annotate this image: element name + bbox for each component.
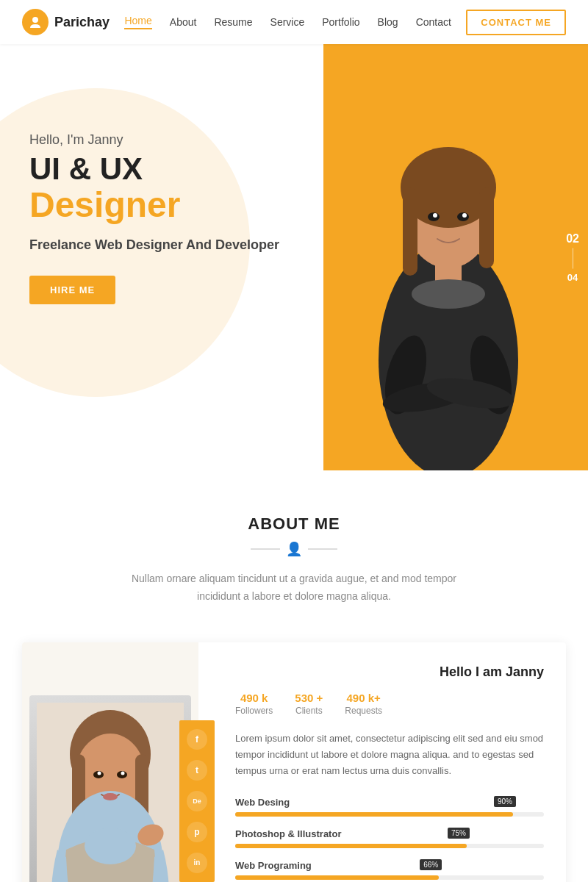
social-linkedin[interactable]: in [187, 853, 207, 873]
profile-section: f t De p in Hello I am Janny 490 k Follo… [22, 642, 566, 882]
svg-rect-5 [403, 187, 417, 276]
followers-label: Followers [235, 706, 273, 716]
stat-followers: 490 k Followers [235, 692, 273, 716]
about-title: ABOUT ME [29, 514, 559, 534]
divider-right [308, 548, 337, 550]
about-section: ABOUT ME 👤 Nullam ornare aliquam tincidu… [0, 470, 588, 635]
svg-point-28 [98, 771, 101, 775]
skill-web-design-fill: 90% [235, 812, 513, 817]
brand-logo[interactable]: Parichay [22, 9, 110, 35]
svg-point-24 [85, 828, 136, 864]
social-pinterest[interactable]: p [187, 822, 207, 842]
nav-contact[interactable]: Contact [416, 16, 451, 28]
svg-point-15 [433, 213, 437, 218]
skill-photoshop-percent: 75% [448, 828, 470, 839]
hero-designer: Designer [29, 186, 279, 225]
hero-slide-current: 04 [567, 272, 578, 283]
about-description: Nullam ornare aliquam tincidunt ut a gra… [125, 570, 463, 606]
social-bar: f t De p in [179, 720, 215, 882]
skills-list: Web Desing 90% Photoshop & Illustrator 7… [235, 797, 544, 880]
skill-web-programming: Web Programing 66% [235, 860, 544, 880]
stat-requests: 490 k+ Requests [345, 692, 382, 716]
skill-web-programming-fill: 66% [235, 875, 439, 880]
skill-web-design-percent: 90% [494, 796, 516, 807]
svg-point-29 [121, 771, 125, 775]
section-divider: 👤 [29, 541, 559, 557]
requests-number: 490 k+ [345, 692, 382, 704]
skill-photoshop: Photoshop & Illustrator 75% [235, 828, 544, 848]
nav-blog[interactable]: Blog [378, 16, 398, 28]
nav-links: Home About Resume Service Portfolio Blog… [124, 15, 451, 29]
profile-image-block: f t De p in [22, 642, 198, 882]
skill-photoshop-fill: 75% [235, 844, 467, 848]
clients-label: Clients [295, 706, 323, 716]
skill-web-programming-label: Web Programing [235, 860, 544, 871]
stats-row: 490 k Followers 530 + Clients 490 k+ Req… [235, 692, 544, 716]
hero-slide-numbers: 02 04 [566, 232, 579, 283]
hero-slide-divider [573, 248, 573, 269]
hero-title: UI & UX [29, 152, 279, 186]
nav-home[interactable]: Home [124, 15, 151, 29]
skill-photoshop-track: 75% [235, 844, 544, 848]
skill-photoshop-label: Photoshop & Illustrator [235, 828, 544, 839]
profile-info-block: Hello I am Janny 490 k Followers 530 + C… [198, 642, 566, 882]
svg-point-8 [412, 279, 485, 309]
social-facebook[interactable]: f [187, 729, 207, 750]
nav-about[interactable]: About [170, 16, 197, 28]
svg-point-0 [32, 17, 38, 23]
skill-web-design-track: 90% [235, 812, 544, 817]
social-dribbble[interactable]: De [187, 791, 207, 811]
social-twitter[interactable]: t [187, 760, 207, 781]
nav-portfolio[interactable]: Portfolio [322, 16, 359, 28]
nav-resume[interactable]: Resume [214, 16, 252, 28]
svg-rect-6 [479, 187, 494, 268]
profile-bio: Lorem ipsum dolor sit amet, consectetur … [235, 731, 544, 779]
stat-clients: 530 + Clients [295, 692, 323, 716]
hero-slide-total: 02 [566, 232, 579, 245]
requests-label: Requests [345, 706, 382, 716]
skill-web-programming-percent: 66% [420, 859, 442, 870]
contact-me-button[interactable]: CONTACT ME [466, 10, 566, 35]
profile-photo [29, 695, 191, 882]
profile-name: Hello I am Janny [235, 664, 544, 680]
svg-point-16 [462, 213, 467, 218]
nav-service[interactable]: Service [270, 16, 305, 28]
skill-web-programming-track: 66% [235, 875, 544, 880]
navbar: Parichay Home About Resume Service Portf… [0, 0, 588, 44]
hero-person-image [331, 74, 566, 470]
hire-me-button[interactable]: HIRE ME [29, 276, 115, 304]
hero-subtitle: Freelance Web Designer And Developer [29, 235, 279, 255]
hero-text-block: Hello, I'm Janny UI & UX Designer Freela… [29, 132, 279, 304]
divider-left [251, 548, 280, 550]
brand-name: Parichay [54, 15, 110, 30]
logo-icon [22, 9, 49, 35]
svg-point-30 [103, 793, 118, 800]
skill-web-design: Web Desing 90% [235, 797, 544, 817]
followers-number: 490 k [235, 692, 273, 704]
hero-section: Hello, I'm Janny UI & UX Designer Freela… [0, 44, 588, 470]
hero-greeting: Hello, I'm Janny [29, 132, 279, 148]
divider-person-icon: 👤 [286, 541, 302, 557]
clients-number: 530 + [295, 692, 323, 704]
